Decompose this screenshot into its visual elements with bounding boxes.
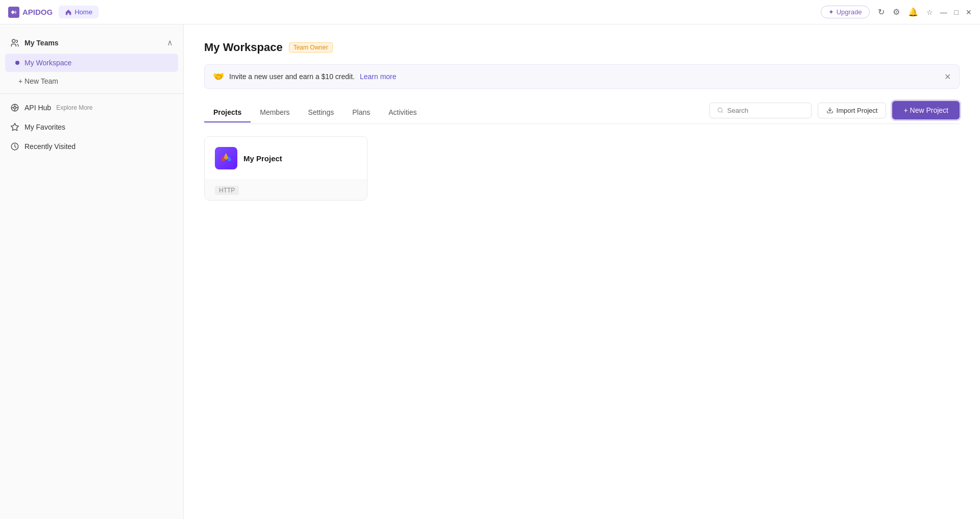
team-owner-badge: Team Owner — [289, 42, 333, 53]
search-box[interactable] — [709, 103, 812, 118]
project-card-bottom: HTTP — [205, 180, 367, 200]
page-title: My Workspace — [204, 41, 283, 54]
invite-banner: 🤝 Invite a new user and earn a $10 credi… — [204, 64, 960, 89]
project-card-my-project[interactable]: My Project HTTP — [204, 136, 368, 201]
maximize-button[interactable]: □ — [954, 9, 959, 16]
star-icon — [10, 122, 19, 132]
project-card-top: My Project — [205, 137, 367, 180]
new-project-button[interactable]: + New Project — [892, 101, 960, 119]
import-icon — [826, 107, 834, 114]
workspace-dot — [15, 61, 19, 65]
search-icon — [717, 107, 723, 114]
new-team-label: + New Team — [18, 77, 58, 85]
api-hub-icon — [10, 103, 19, 112]
titlebar-right: ✦ Upgrade ↻ ⚙ 🔔 ☆ — □ ✕ — [821, 6, 972, 18]
sidebar-item-my-workspace[interactable]: My Workspace — [5, 54, 178, 72]
import-project-label: Import Project — [837, 107, 878, 114]
my-teams-label: My Teams — [24, 39, 59, 47]
minimize-button[interactable]: — — [940, 9, 947, 16]
app-logo[interactable]: APIDOG — [8, 7, 53, 18]
tab-settings[interactable]: Settings — [299, 103, 344, 122]
close-button[interactable]: ✕ — [966, 9, 972, 16]
my-teams-title-group: My Teams — [10, 38, 59, 47]
home-tab[interactable]: Home — [59, 6, 99, 18]
sidebar-new-team[interactable]: + New Team — [0, 73, 183, 89]
my-favorites-label: My Favorites — [24, 123, 65, 131]
upgrade-label: Upgrade — [837, 8, 862, 16]
svg-point-1 — [12, 39, 15, 42]
app-name: APIDOG — [22, 8, 53, 16]
project-icon — [215, 147, 237, 169]
my-teams-section: My Teams ∧ My Workspace + New Team — [0, 33, 183, 89]
my-teams-header[interactable]: My Teams ∧ — [0, 33, 183, 53]
sidebar-item-recently-visited[interactable]: Recently Visited — [0, 137, 183, 156]
import-project-button[interactable]: Import Project — [818, 103, 887, 118]
action-buttons: Import Project + New Project — [709, 101, 960, 123]
sidebar-divider-1 — [0, 93, 183, 94]
home-tab-label: Home — [75, 8, 92, 16]
invite-close-button[interactable]: ✕ — [944, 72, 951, 82]
my-workspace-label: My Workspace — [24, 59, 71, 67]
settings-icon[interactable]: ⚙ — [893, 7, 900, 17]
tab-activities[interactable]: Activities — [379, 103, 426, 122]
invite-text: Invite a new user and earn a $10 credit. — [229, 72, 355, 81]
tabs-bar: Projects Members Settings Plans Activiti… — [204, 103, 426, 122]
api-hub-label: API Hub — [24, 104, 51, 112]
project-name: My Project — [243, 154, 282, 163]
tab-projects[interactable]: Projects — [204, 103, 251, 122]
notification-icon[interactable]: 🔔 — [908, 7, 918, 17]
star-icon[interactable]: ☆ — [926, 9, 933, 16]
clock-icon — [10, 142, 19, 151]
team-icon — [10, 38, 19, 47]
tab-plans[interactable]: Plans — [343, 103, 379, 122]
search-input[interactable] — [727, 107, 804, 114]
window-controls: ☆ — □ ✕ — [926, 9, 972, 16]
page-header: My Workspace Team Owner — [204, 41, 960, 54]
new-project-label: + New Project — [903, 106, 948, 114]
titlebar: APIDOG Home ✦ Upgrade ↻ ⚙ 🔔 ☆ — □ ✕ — [0, 0, 980, 24]
sidebar-item-api-hub[interactable]: API Hub Explore More — [0, 98, 183, 117]
api-hub-sub-label: Explore More — [56, 104, 92, 111]
svg-point-3 — [14, 107, 16, 109]
refresh-icon[interactable]: ↻ — [878, 7, 885, 17]
upgrade-button[interactable]: ✦ Upgrade — [821, 6, 870, 18]
recently-visited-label: Recently Visited — [24, 142, 76, 151]
invite-learn-more-link[interactable]: Learn more — [360, 72, 397, 81]
invite-banner-content: 🤝 Invite a new user and earn a $10 credi… — [213, 71, 397, 82]
projects-grid: My Project HTTP — [204, 136, 960, 201]
tab-members[interactable]: Members — [251, 103, 299, 122]
invite-emoji: 🤝 — [213, 71, 224, 82]
sidebar: My Teams ∧ My Workspace + New Team — [0, 24, 184, 519]
upgrade-icon: ✦ — [828, 8, 834, 16]
main-content: My Workspace Team Owner 🤝 Invite a new u… — [184, 24, 980, 519]
sidebar-item-my-favorites[interactable]: My Favorites — [0, 117, 183, 137]
home-icon — [65, 9, 72, 16]
titlebar-left: APIDOG Home — [8, 6, 99, 18]
app-body: My Teams ∧ My Workspace + New Team — [0, 24, 980, 519]
collapse-icon: ∧ — [167, 38, 173, 47]
project-type: HTTP — [215, 186, 239, 195]
project-icon-svg — [218, 151, 234, 166]
